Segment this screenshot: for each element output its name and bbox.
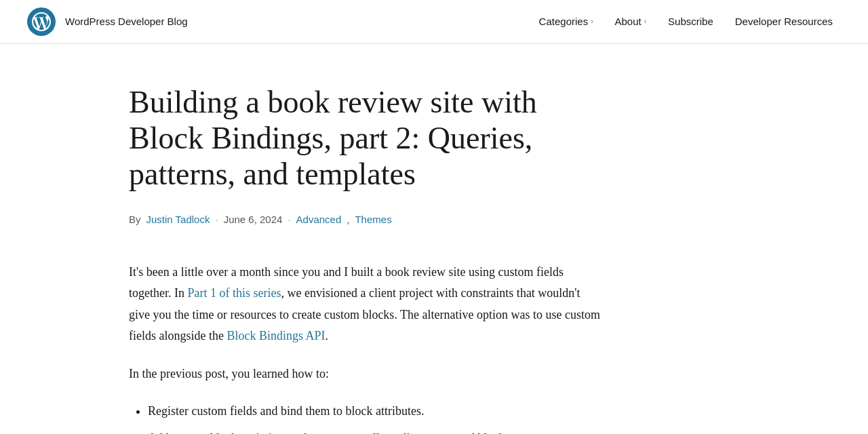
nav-developer-resources-label: Developer Resources [735,14,833,30]
nav-developer-resources[interactable]: Developer Resources [727,9,841,34]
category-themes-link[interactable]: Themes [355,212,391,228]
nav-categories[interactable]: Categories › [531,9,601,34]
author-link[interactable]: Justin Tadlock [146,212,210,228]
wordpress-logo-icon [32,12,51,31]
wordpress-logo [27,7,56,36]
list-item-2: Add custom block variations to bypass ma… [148,428,604,434]
article-list: Register custom fields and bind them to … [148,401,604,434]
nav-about-label: About [615,14,642,30]
list-item-1: Register custom fields and bind them to … [148,401,604,422]
by-label: By [129,212,141,228]
nav-subscribe-label: Subscribe [668,14,713,30]
article-body: It's been a little over a month since yo… [129,262,604,434]
meta-separator-2: · [288,212,290,228]
category-advanced-link[interactable]: Advanced [296,212,342,228]
meta-separator-1: · [215,212,218,228]
block-bindings-api-link[interactable]: Block Bindings API [226,329,325,342]
nav-subscribe[interactable]: Subscribe [660,9,722,34]
site-title-link[interactable]: WordPress Developer Blog [65,14,188,30]
article-title: Building a book review site with Block B… [129,85,604,193]
categories-chevron-icon: › [591,16,593,27]
nav-about[interactable]: About › [607,9,655,34]
article-date: June 6, 2024 [224,212,283,228]
main-nav: Categories › About › Subscribe Developer… [531,9,841,34]
paragraph1-end: . [326,329,329,342]
article-header: Building a book review site with Block B… [129,85,739,228]
part1-link[interactable]: Part 1 of this series [187,286,281,300]
article-meta: By Justin Tadlock · June 6, 2024 · Advan… [129,212,739,228]
about-chevron-icon: › [644,16,646,27]
article-paragraph-1: It's been a little over a month since yo… [129,262,604,347]
article-paragraph-2: In the previous post, you learned how to… [129,363,604,385]
nav-categories-label: Categories [539,14,589,30]
wp-logo-link[interactable] [27,7,56,36]
category-comma: , [347,212,349,228]
